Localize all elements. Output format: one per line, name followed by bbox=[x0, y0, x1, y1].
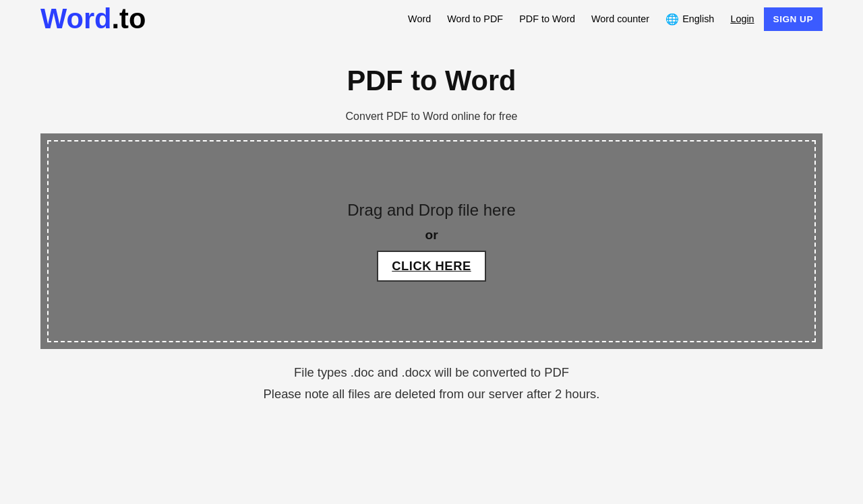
nav-word-counter-link[interactable]: Word counter bbox=[585, 8, 656, 30]
globe-icon: 🌐 bbox=[665, 13, 679, 26]
page-title: PDF to Word bbox=[40, 65, 823, 97]
nav-word-to-pdf-link[interactable]: Word to PDF bbox=[440, 8, 510, 30]
dropzone-outer[interactable]: Drag and Drop file here or CLICK HERE bbox=[40, 133, 823, 349]
signup-button[interactable]: SIGN UP bbox=[764, 7, 823, 31]
or-text: or bbox=[425, 228, 438, 243]
info-line-2: Please note all files are deleted from o… bbox=[40, 387, 823, 402]
nav: Word Word to PDF PDF to Word Word counte… bbox=[401, 7, 823, 31]
nav-pdf-to-word-link[interactable]: PDF to Word bbox=[512, 8, 582, 30]
header: Word.to Word Word to PDF PDF to Word Wor… bbox=[27, 0, 836, 38]
logo-to: .to bbox=[112, 3, 146, 34]
info-section: File types .doc and .docx will be conver… bbox=[40, 365, 823, 402]
drag-drop-text: Drag and Drop file here bbox=[347, 201, 515, 220]
language-selector[interactable]: 🌐 English bbox=[659, 7, 721, 31]
nav-word-link[interactable]: Word bbox=[401, 8, 438, 30]
logo[interactable]: Word.to bbox=[40, 5, 146, 33]
login-link[interactable]: Login bbox=[723, 8, 761, 30]
logo-word: Word bbox=[40, 3, 112, 34]
click-here-button[interactable]: CLICK HERE bbox=[377, 251, 485, 282]
info-line-1: File types .doc and .docx will be conver… bbox=[40, 365, 823, 380]
language-label: English bbox=[682, 13, 714, 24]
main-content: PDF to Word Convert PDF to Word online f… bbox=[27, 38, 836, 422]
dropzone-inner[interactable]: Drag and Drop file here or CLICK HERE bbox=[47, 140, 816, 342]
page-subtitle: Convert PDF to Word online for free bbox=[40, 111, 823, 123]
